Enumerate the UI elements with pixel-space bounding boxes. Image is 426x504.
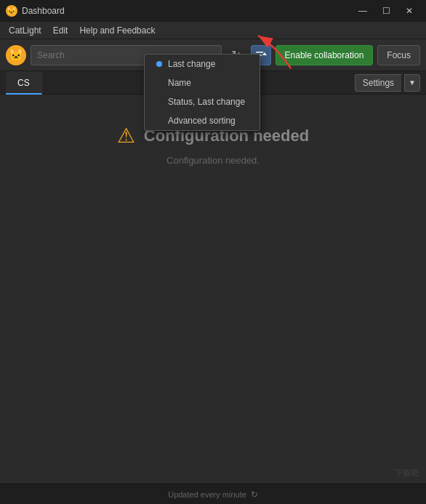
window-controls: — ☐ ✕ xyxy=(352,4,420,18)
sort-dropdown: Last change Name Status, Last change Adv… xyxy=(144,54,260,131)
menu-catlight[interactable]: CatLight xyxy=(3,22,47,39)
focus-button[interactable]: Focus xyxy=(377,45,420,65)
settings-area: Settings ▼ xyxy=(355,74,420,92)
enable-collaboration-button[interactable]: Enable collaboration xyxy=(276,45,374,65)
title-bar: 🐱 Dashboard — ☐ ✕ xyxy=(0,0,426,22)
settings-button[interactable]: Settings xyxy=(355,74,401,92)
sort-option-status-last-change[interactable]: Status, Last change xyxy=(145,92,260,111)
sort-option-last-change[interactable]: Last change xyxy=(145,55,260,73)
tab-cs[interactable]: CS xyxy=(6,71,42,95)
main-content: ⚠ Configuration needed Configuration nee… xyxy=(0,95,426,484)
cat-logo-icon: 🐱 xyxy=(6,45,26,65)
config-needed-subtitle: Configuration needed. xyxy=(166,155,260,166)
menu-edit[interactable]: Edit xyxy=(47,22,74,39)
sort-option-label: Advanced sorting xyxy=(168,116,236,126)
minimize-button[interactable]: — xyxy=(352,4,374,18)
watermark: 下载吧 xyxy=(395,468,419,479)
sort-option-name[interactable]: Name xyxy=(145,73,260,92)
menu-help[interactable]: Help and Feedback xyxy=(73,22,161,39)
svg-marker-3 xyxy=(262,52,267,55)
sort-option-label: Status, Last change xyxy=(168,97,245,107)
settings-dropdown-button[interactable]: ▼ xyxy=(404,74,420,92)
status-refresh-icon: ↻ xyxy=(251,489,258,500)
maximize-button[interactable]: ☐ xyxy=(375,4,397,18)
window-title: Dashboard xyxy=(22,6,352,16)
menu-bar: CatLight Edit Help and Feedback xyxy=(0,22,426,39)
app-icon: 🐱 xyxy=(6,5,17,17)
selected-indicator xyxy=(156,61,162,67)
sort-option-advanced[interactable]: Advanced sorting xyxy=(145,111,260,130)
close-button[interactable]: ✕ xyxy=(398,4,420,18)
warning-icon: ⚠ xyxy=(117,124,135,148)
status-text: Updated every minute xyxy=(168,490,246,499)
sort-option-label: Name xyxy=(168,78,191,88)
status-bar: Updated every minute ↻ xyxy=(0,484,426,504)
sort-option-label: Last change xyxy=(168,59,215,69)
svg-rect-0 xyxy=(256,52,263,53)
